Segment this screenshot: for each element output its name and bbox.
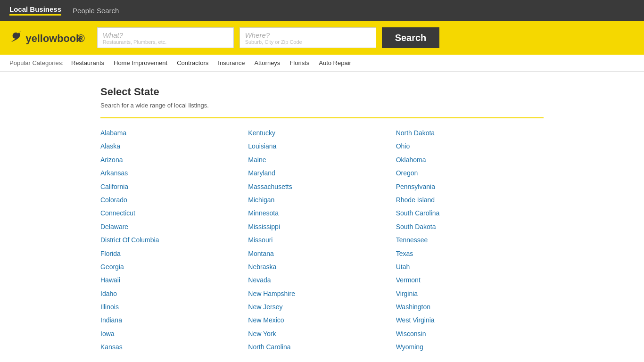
state-nevada[interactable]: Nevada: [248, 275, 386, 285]
state-florida[interactable]: Florida: [100, 248, 239, 259]
state-indiana[interactable]: Indiana: [100, 315, 239, 325]
state-oregon[interactable]: Oregon: [396, 168, 534, 178]
page-heading: Select State: [100, 86, 544, 98]
state-virginia[interactable]: Virginia: [396, 288, 534, 299]
state-col-2: Kentucky Louisiana Maine Maryland Massac…: [248, 128, 396, 353]
state-delaware[interactable]: Delaware: [100, 222, 239, 232]
state-alabama[interactable]: Alabama: [100, 128, 239, 138]
state-california[interactable]: California: [100, 181, 239, 192]
categories-label: Popular Categories:: [9, 59, 64, 66]
state-ohio[interactable]: Ohio: [396, 141, 534, 151]
page-subtitle: Search for a wide range of local listing…: [100, 102, 544, 109]
state-arizona[interactable]: Arizona: [100, 155, 239, 165]
state-connecticut[interactable]: Connecticut: [100, 208, 239, 218]
svg-text:®: ®: [77, 33, 85, 44]
cat-contractors[interactable]: Contractors: [177, 59, 208, 66]
cat-attorneys[interactable]: Attorneys: [254, 59, 280, 66]
state-col-3: North Dakota Ohio Oklahoma Oregon Pennsy…: [396, 128, 544, 353]
state-new-york[interactable]: New York: [248, 329, 386, 339]
state-michigan[interactable]: Michigan: [248, 195, 386, 205]
main-content: Select State Search for a wide range of …: [91, 72, 553, 362]
cat-auto-repair[interactable]: Auto Repair: [319, 59, 351, 66]
yellowbook-logo: yellowbook ®: [9, 28, 87, 47]
cat-florists[interactable]: Florists: [289, 59, 309, 66]
state-minnesota[interactable]: Minnesota: [248, 208, 386, 218]
where-input[interactable]: [239, 27, 376, 48]
cat-insurance[interactable]: Insurance: [218, 59, 245, 66]
state-new-hampshire[interactable]: New Hampshire: [248, 288, 386, 299]
state-montana[interactable]: Montana: [248, 248, 386, 259]
divider: [100, 117, 544, 118]
state-arkansas[interactable]: Arkansas: [100, 168, 239, 178]
state-texas[interactable]: Texas: [396, 248, 534, 259]
state-iowa[interactable]: Iowa: [100, 329, 239, 339]
state-vermont[interactable]: Vermont: [396, 275, 534, 285]
state-new-jersey[interactable]: New Jersey: [248, 302, 386, 312]
state-hawaii[interactable]: Hawaii: [100, 275, 239, 285]
search-button[interactable]: Search: [382, 27, 440, 48]
state-utah[interactable]: Utah: [396, 262, 534, 272]
state-kentucky[interactable]: Kentucky: [248, 128, 386, 138]
state-wisconsin[interactable]: Wisconsin: [396, 329, 534, 339]
cat-home-improvement[interactable]: Home Improvement: [114, 59, 167, 66]
state-new-mexico[interactable]: New Mexico: [248, 315, 386, 325]
state-mississippi[interactable]: Mississippi: [248, 222, 386, 232]
state-south-dakota[interactable]: South Dakota: [396, 222, 534, 232]
state-south-carolina[interactable]: South Carolina: [396, 208, 534, 218]
state-tennessee[interactable]: Tennessee: [396, 235, 534, 245]
state-illinois[interactable]: Illinois: [100, 302, 239, 312]
nav-people-search[interactable]: People Search: [73, 7, 119, 15]
search-header: yellowbook ® What? Restaurants, Plumbers…: [0, 21, 644, 55]
state-nebraska[interactable]: Nebraska: [248, 262, 386, 272]
state-dc[interactable]: District Of Columbia: [100, 235, 239, 245]
states-grid: Alabama Alaska Arizona Arkansas Californ…: [100, 128, 544, 353]
state-colorado[interactable]: Colorado: [100, 195, 239, 205]
cat-restaurants[interactable]: Restaurants: [71, 59, 104, 66]
state-georgia[interactable]: Georgia: [100, 262, 239, 272]
state-north-dakota[interactable]: North Dakota: [396, 128, 534, 138]
nav-local-business[interactable]: Local Business: [9, 5, 61, 16]
state-kansas[interactable]: Kansas: [100, 342, 239, 352]
state-rhode-island[interactable]: Rhode Island: [396, 195, 534, 205]
state-north-carolina[interactable]: North Carolina: [248, 342, 386, 352]
logo-area: yellowbook ®: [9, 28, 87, 47]
svg-text:yellowbook: yellowbook: [26, 33, 83, 44]
state-maryland[interactable]: Maryland: [248, 168, 386, 178]
state-west-virginia[interactable]: West Virginia: [396, 315, 534, 325]
state-massachusetts[interactable]: Massachusetts: [248, 181, 386, 192]
state-maine[interactable]: Maine: [248, 155, 386, 165]
top-navigation: Local Business People Search: [0, 0, 644, 21]
state-alaska[interactable]: Alaska: [100, 141, 239, 151]
state-idaho[interactable]: Idaho: [100, 288, 239, 299]
state-washington[interactable]: Washington: [396, 302, 534, 312]
state-oklahoma[interactable]: Oklahoma: [396, 155, 534, 165]
state-col-1: Alabama Alaska Arizona Arkansas Californ…: [100, 128, 248, 353]
categories-bar: Popular Categories: Restaurants Home Imp…: [0, 55, 644, 72]
what-input[interactable]: [97, 27, 234, 48]
state-louisiana[interactable]: Louisiana: [248, 141, 386, 151]
state-missouri[interactable]: Missouri: [248, 235, 386, 245]
state-wyoming[interactable]: Wyoming: [396, 342, 534, 352]
state-pennsylvania[interactable]: Pennsylvania: [396, 181, 534, 192]
